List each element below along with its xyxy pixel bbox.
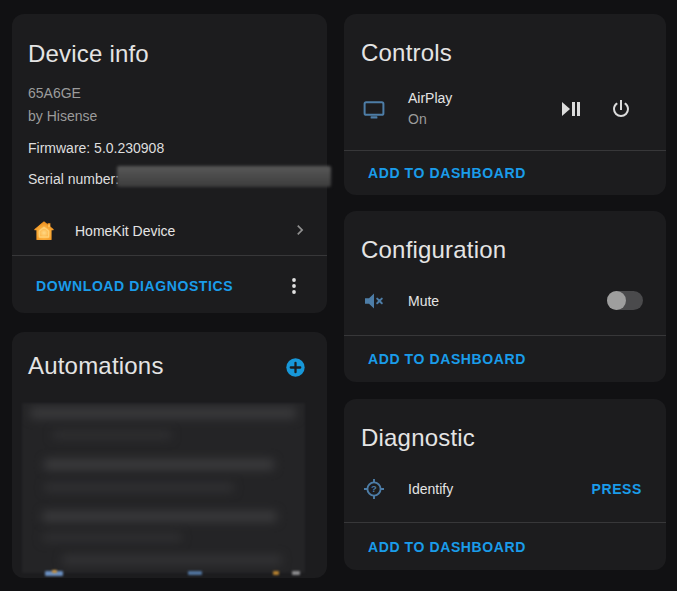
device-firmware: Firmware: 5.0.230908	[28, 140, 164, 156]
redacted-streak	[44, 483, 234, 492]
chevron-right-icon[interactable]	[290, 220, 310, 240]
redacted-streak	[44, 459, 274, 470]
press-button[interactable]: PRESS	[592, 481, 642, 497]
device-info-title: Device info	[28, 40, 149, 68]
automations-list-redacted	[22, 403, 305, 573]
toggle-knob	[607, 291, 626, 310]
crosshairs-question-icon: ?	[362, 477, 386, 501]
configuration-card: Configuration Mute ADD TO DASHBOARD	[344, 211, 666, 382]
controls-card: Controls AirPlay On ADD TO DASHBOARD	[344, 14, 666, 195]
diagnostic-add-to-dashboard-button[interactable]: ADD TO DASHBOARD	[368, 539, 526, 555]
redacted-row-fragment	[52, 570, 57, 573]
device-manufacturer: by Hisense	[28, 108, 97, 124]
redacted-row-fragment	[188, 571, 202, 575]
dots-vertical-icon[interactable]	[282, 274, 306, 298]
plus-circle-icon[interactable]	[285, 357, 306, 378]
configuration-card-divider	[344, 335, 666, 336]
device-info-card: Device info 65A6GE by Hisense Firmware: …	[12, 14, 327, 313]
automations-title: Automations	[28, 352, 164, 380]
homekit-device-link[interactable]: HomeKit Device	[75, 223, 175, 239]
entity-state: On	[408, 111, 427, 127]
configuration-title: Configuration	[361, 236, 506, 264]
redacted-streak	[62, 555, 282, 565]
device-serial-label: Serial number:	[28, 171, 119, 187]
redacted-row-fragment	[292, 571, 300, 575]
entity-name-identify: Identify	[408, 481, 453, 497]
controls-card-divider	[344, 150, 666, 151]
controls-add-to-dashboard-button[interactable]: ADD TO DASHBOARD	[368, 165, 526, 181]
homekit-house-icon	[32, 219, 56, 243]
download-diagnostics-button[interactable]: DOWNLOAD DIAGNOSTICS	[36, 278, 233, 294]
redacted-row-fragment	[273, 571, 279, 575]
device-model: 65A6GE	[28, 85, 81, 101]
diagnostic-card-divider	[344, 522, 666, 523]
controls-title: Controls	[361, 39, 452, 67]
diagnostic-title: Diagnostic	[361, 424, 475, 452]
diagnostic-card: Diagnostic ? Identify PRESS ADD TO DASHB…	[344, 399, 666, 570]
device-card-divider	[12, 255, 327, 256]
volume-mute-icon	[362, 289, 386, 313]
redacted-streak	[42, 511, 277, 522]
power-icon[interactable]	[609, 97, 633, 121]
configuration-add-to-dashboard-button[interactable]: ADD TO DASHBOARD	[368, 351, 526, 367]
mute-toggle-switch[interactable]	[607, 291, 643, 310]
svg-text:?: ?	[371, 483, 377, 494]
entity-name-mute: Mute	[408, 293, 439, 309]
automations-card: Automations	[12, 332, 327, 578]
device-page: Device info 65A6GE by Hisense Firmware: …	[0, 0, 677, 591]
redacted-streak	[52, 431, 172, 439]
television-icon[interactable]	[362, 98, 386, 122]
play-pause-icon[interactable]	[559, 97, 583, 121]
entity-name-airplay[interactable]: AirPlay	[408, 90, 452, 106]
redacted-streak	[30, 407, 296, 419]
redacted-streak	[42, 533, 182, 542]
serial-number-redacted	[117, 166, 331, 187]
